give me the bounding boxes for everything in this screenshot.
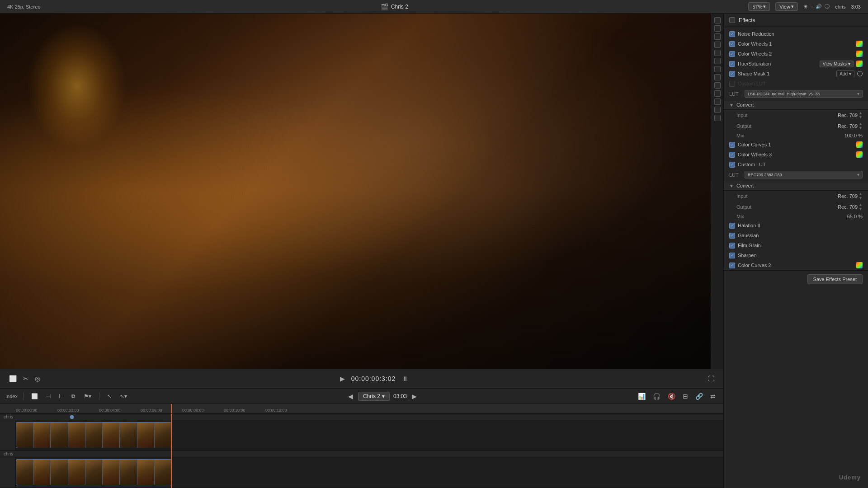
- save-effects-preset-button[interactable]: Save Effects Preset: [807, 274, 863, 284]
- view-button[interactable]: View ▾: [775, 2, 798, 11]
- strip-cb-9[interactable]: [714, 82, 721, 89]
- left-panel: ⬜ ✂ ◎ ▶ 00:00:00:3:02 ⏸ ⛶ Index ⬜ ⊣ ⊢: [0, 14, 723, 488]
- effect-noise-reduction[interactable]: Noise Reduction: [724, 29, 868, 39]
- color-wheels-3-color-btn[interactable]: [856, 151, 863, 158]
- headphone-btn[interactable]: 🎧: [651, 391, 663, 401]
- strip-cb-1[interactable]: [714, 17, 721, 23]
- color-wheels-1-color-btn[interactable]: [856, 41, 863, 47]
- hue-saturation-cb[interactable]: [729, 61, 735, 67]
- select-btn[interactable]: ↖: [105, 392, 114, 401]
- mix-row-1: Mix 100.0 %: [724, 131, 868, 140]
- thumb-2-3: [51, 460, 67, 485]
- effect-gaussian[interactable]: Gaussian: [724, 230, 868, 240]
- layout-icon[interactable]: ⊞: [803, 4, 807, 9]
- effect-sharpen[interactable]: Sharpen: [724, 250, 868, 260]
- effect-film-grain[interactable]: Film Grain: [724, 240, 868, 250]
- color-curves-1-cb[interactable]: [729, 142, 735, 148]
- video-frame: [0, 14, 711, 369]
- effect-color-wheels-2[interactable]: Color Wheels 2: [724, 49, 868, 59]
- info-icon[interactable]: ⓘ: [825, 3, 830, 10]
- effect-color-curves-2[interactable]: Color Curves 2: [724, 260, 868, 270]
- effect-hue-saturation[interactable]: Hue/Saturation View Masks ▾: [724, 59, 868, 69]
- strip-cb-10[interactable]: [714, 90, 721, 97]
- effect-color-curves-1[interactable]: Color Curves 1: [724, 140, 868, 150]
- clip-strip-2[interactable]: [16, 459, 172, 485]
- play-button[interactable]: ▶: [338, 373, 347, 384]
- mute-btn[interactable]: 🔇: [665, 391, 678, 401]
- color-curves-2-color-btn[interactable]: [856, 262, 863, 268]
- effect-color-wheels-1[interactable]: Color Wheels 1: [724, 39, 868, 49]
- strip-cb-7[interactable]: [714, 66, 721, 72]
- sharpen-cb[interactable]: [729, 253, 735, 258]
- strip-cb-6[interactable]: [714, 58, 721, 64]
- split-btn[interactable]: ⊟: [680, 391, 690, 401]
- flag-btn[interactable]: ⚑▾: [81, 392, 94, 401]
- effects-master-checkbox[interactable]: [729, 17, 735, 23]
- effect-color-wheels-3[interactable]: Color Wheels 3: [724, 150, 868, 160]
- audio-meter-btn[interactable]: 📊: [636, 391, 648, 401]
- output-stepper-2[interactable]: ▲▼: [859, 203, 863, 211]
- select-more-btn[interactable]: ↖▾: [118, 392, 129, 401]
- color-wheels-3-cb[interactable]: [729, 152, 735, 158]
- filter-icon[interactable]: ≡: [810, 4, 813, 9]
- track-1-playhead: [171, 420, 172, 450]
- strip-cb-13[interactable]: [714, 115, 721, 121]
- view-masks-button[interactable]: View Masks ▾: [820, 61, 854, 67]
- stabilize-btn[interactable]: ◎: [33, 373, 42, 384]
- icon-bar: ⊞ ≡ 🔊 ⓘ: [803, 3, 830, 10]
- udemy-logo: Udemy: [839, 474, 861, 481]
- color-curves-2-cb[interactable]: [729, 263, 735, 268]
- sync-btn[interactable]: ⇄: [708, 391, 718, 401]
- strip-cb-2[interactable]: [714, 25, 721, 32]
- shape-mask-cb[interactable]: [729, 71, 735, 77]
- in-btn[interactable]: ⊣: [44, 392, 53, 401]
- zoom-percent-button[interactable]: 57% ▾: [748, 2, 770, 11]
- effect-halation[interactable]: Halation II: [724, 221, 868, 230]
- track-2-row[interactable]: [0, 457, 723, 488]
- audio-icon[interactable]: 🔊: [816, 4, 822, 9]
- strip-cb-11[interactable]: [714, 99, 721, 105]
- effect-custom-lut-disabled[interactable]: Custom LUT: [724, 79, 868, 89]
- color-wheels-2-cb[interactable]: [729, 51, 735, 57]
- effect-custom-lut-2[interactable]: Custom LUT: [724, 160, 868, 169]
- color-wheels-2-color-btn[interactable]: [856, 51, 863, 57]
- noise-reduction-cb[interactable]: [729, 31, 735, 37]
- out-btn[interactable]: ⊢: [57, 392, 66, 401]
- fullscreen-button[interactable]: ⛶: [706, 373, 716, 384]
- clip-name-btn[interactable]: Chris 2 ▾: [358, 392, 390, 401]
- trim-btn[interactable]: ✂: [21, 373, 30, 384]
- format-label: 4K 25p, Stereo: [7, 4, 40, 9]
- effect-shape-mask[interactable]: Shape Mask 1 Add ▾: [724, 69, 868, 79]
- halation-cb[interactable]: [729, 223, 735, 229]
- add-mask-button[interactable]: Add ▾: [836, 70, 854, 77]
- strip-cb-5[interactable]: [714, 50, 721, 56]
- film-grain-cb[interactable]: [729, 243, 735, 249]
- strip-cb-3[interactable]: [714, 33, 721, 40]
- custom-lut-2-label: Custom LUT: [738, 162, 863, 167]
- copy-btn[interactable]: ⧉: [69, 392, 78, 401]
- lut-select-1[interactable]: LBK-PCC4k_neutral_High-desat_v5_33 ▾: [745, 90, 863, 98]
- video-container[interactable]: [0, 14, 711, 369]
- clip-view-btn[interactable]: ⬜: [29, 392, 40, 401]
- prev-clip-btn[interactable]: ◀: [347, 391, 354, 401]
- track-1-row[interactable]: [0, 420, 723, 451]
- pause-button[interactable]: ⏸: [400, 373, 410, 384]
- strip-cb-8[interactable]: [714, 74, 721, 80]
- lut-select-2[interactable]: REC709 2383 D60 ▾: [745, 171, 863, 178]
- color-wheels-1-cb[interactable]: [729, 41, 735, 47]
- link-btn[interactable]: 🔗: [693, 391, 705, 401]
- strip-cb-12[interactable]: [714, 107, 721, 113]
- timeline-timecode: 03:03: [393, 393, 407, 399]
- custom-lut-cb[interactable]: [729, 81, 735, 87]
- custom-lut-2-cb[interactable]: [729, 162, 735, 168]
- input-stepper-2[interactable]: ▲▼: [859, 192, 863, 200]
- input-stepper-1[interactable]: ▲▼: [859, 111, 863, 119]
- gaussian-cb[interactable]: [729, 233, 735, 239]
- color-curves-1-color-btn[interactable]: [856, 141, 863, 148]
- next-clip-btn[interactable]: ▶: [410, 391, 418, 401]
- strip-cb-4[interactable]: [714, 42, 721, 48]
- hue-sat-color-btn[interactable]: [856, 61, 863, 67]
- output-stepper-1[interactable]: ▲▼: [859, 122, 863, 130]
- clip-strip-1[interactable]: [16, 422, 172, 448]
- viewer-mode-btn[interactable]: ⬜: [7, 373, 19, 384]
